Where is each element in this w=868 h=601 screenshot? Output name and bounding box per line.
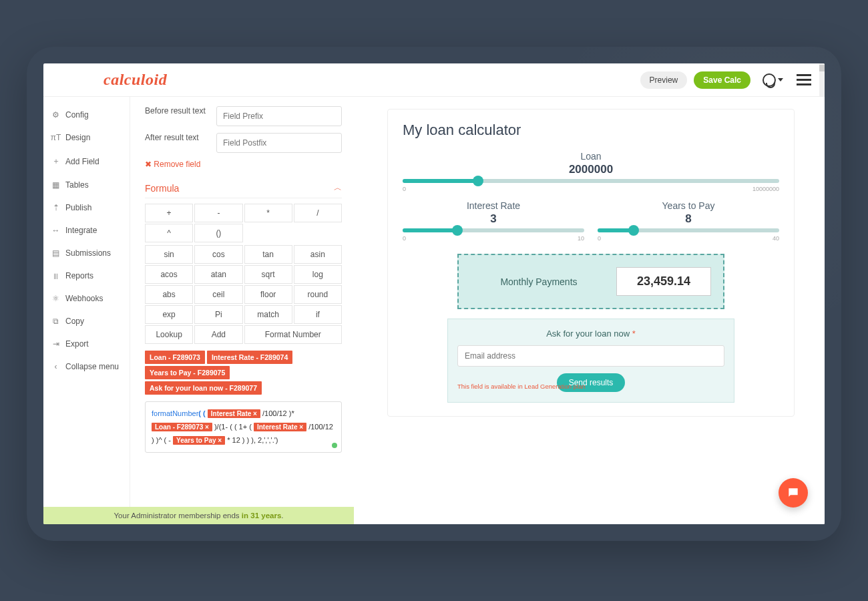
- calculator-card: My loan calculator Loan 2000000 01000000…: [387, 109, 795, 417]
- sidebar-item-reports[interactable]: ⫼Reports: [43, 264, 130, 287]
- sidebar-item-tables[interactable]: ▦Tables: [43, 174, 130, 196]
- menu-icon[interactable]: [797, 74, 811, 85]
- monthly-payments-box[interactable]: Monthly Payments 23,459.14: [457, 254, 724, 309]
- monthly-value: 23,459.14: [616, 267, 711, 296]
- fn-lookup[interactable]: Lookup: [145, 325, 193, 344]
- sidebar-label: Tables: [65, 180, 89, 190]
- sidebar-label: Webhooks: [65, 294, 103, 303]
- var-years[interactable]: Years to Pay - F289075: [145, 366, 230, 379]
- loan-slider[interactable]: [403, 179, 779, 183]
- list-icon: ▤: [51, 248, 60, 258]
- gear-icon: ⚙: [51, 110, 60, 120]
- sidebar-item-collapse[interactable]: ‹Collapse menu: [43, 355, 130, 378]
- fn-match[interactable]: match: [244, 305, 292, 324]
- fn-asin[interactable]: asin: [294, 245, 342, 264]
- calculator-title: My loan calculator: [403, 122, 779, 139]
- sidebar-item-publish[interactable]: ⇡Publish: [43, 196, 130, 219]
- token-years[interactable]: Years to Pay ×: [173, 436, 225, 445]
- chat-fab[interactable]: [779, 478, 808, 508]
- fn-format-number[interactable]: Format Number: [244, 325, 343, 344]
- rate-slider[interactable]: [403, 228, 584, 232]
- field-interest: Interest Rate 3 010: [403, 200, 584, 242]
- sidebar-label: Config: [65, 110, 89, 120]
- token-loan[interactable]: Loan - F289073 ×: [152, 423, 212, 431]
- sidebar-label: Add Field: [65, 157, 99, 166]
- remove-field-button[interactable]: ✖ Remove field: [145, 160, 342, 169]
- sidebar-item-integrate[interactable]: ↔Integrate: [43, 219, 130, 242]
- formula-section-toggle[interactable]: Formula ︿: [145, 178, 342, 198]
- valid-indicator-icon: [332, 443, 337, 448]
- fn-acos[interactable]: acos: [145, 265, 193, 284]
- chevron-up-icon: ︿: [334, 182, 342, 194]
- op-paren[interactable]: (): [194, 224, 242, 242]
- years-slider[interactable]: [598, 228, 779, 232]
- sidebar-item-submissions[interactable]: ▤Submissions: [43, 242, 130, 264]
- fn-sqrt[interactable]: sqrt: [244, 265, 292, 284]
- logo: calculoid: [103, 71, 167, 89]
- editor-panel: Before result text After result text ✖ R…: [130, 97, 354, 524]
- sidebar-item-design[interactable]: πTDesign: [43, 126, 130, 149]
- fn-ceil[interactable]: ceil: [194, 285, 242, 304]
- membership-banner: Your Administrator membership ends in 31…: [43, 507, 354, 524]
- variable-tags: Loan - F289073 Interest Rate - F289074 Y…: [145, 351, 342, 395]
- fn-exp[interactable]: exp: [145, 305, 193, 324]
- design-icon: πT: [51, 133, 60, 142]
- sidebar-item-export[interactable]: ⇥Export: [43, 333, 130, 355]
- fn-floor[interactable]: floor: [244, 285, 292, 304]
- op-minus[interactable]: -: [194, 204, 242, 222]
- save-calc-button[interactable]: Save Calc: [694, 71, 750, 89]
- monthly-label: Monthly Payments: [471, 276, 607, 287]
- fn-atan[interactable]: atan: [194, 265, 242, 284]
- fn-add[interactable]: Add: [194, 325, 242, 344]
- rate-max: 10: [578, 235, 584, 242]
- token-interest[interactable]: Interest Rate ×: [208, 409, 260, 418]
- fn-if[interactable]: if: [294, 305, 342, 324]
- webhook-icon: ⚛: [51, 294, 60, 303]
- op-mul[interactable]: *: [244, 204, 292, 222]
- rate-label: Interest Rate: [403, 200, 584, 211]
- sidebar-item-webhooks[interactable]: ⚛Webhooks: [43, 287, 130, 310]
- loan-min: 0: [403, 186, 406, 192]
- caret-down-icon: [778, 78, 783, 81]
- ask-title: Ask for your loan now *: [457, 329, 724, 339]
- sidebar-item-add-field[interactable]: ＋Add Field: [43, 149, 130, 174]
- integrate-icon: ↔: [51, 226, 60, 235]
- sidebar-item-config[interactable]: ⚙Config: [43, 104, 130, 126]
- field-loan: Loan 2000000 010000000: [403, 151, 779, 192]
- preview-button[interactable]: Preview: [640, 71, 688, 89]
- fn-sin[interactable]: sin: [145, 245, 193, 264]
- var-interest[interactable]: Interest Rate - F289074: [207, 351, 292, 364]
- op-plus[interactable]: +: [145, 204, 193, 222]
- user-menu[interactable]: [763, 73, 783, 87]
- var-ask[interactable]: Ask for your loan now - F289077: [145, 381, 262, 395]
- operator-grid: + - * / ^ (): [145, 204, 342, 242]
- var-loan[interactable]: Loan - F289073: [145, 351, 205, 364]
- sidebar-label: Integrate: [65, 226, 97, 235]
- plus-icon: ＋: [51, 156, 60, 167]
- op-pow[interactable]: ^: [145, 224, 193, 242]
- op-div[interactable]: /: [294, 204, 342, 222]
- formula-title: Formula: [145, 183, 179, 194]
- rate-min: 0: [403, 235, 406, 242]
- fn-pi[interactable]: Pi: [194, 305, 242, 324]
- fn-cos[interactable]: cos: [194, 245, 242, 264]
- loan-label: Loan: [403, 151, 779, 162]
- rate-value: 3: [403, 212, 584, 226]
- fn-tan[interactable]: tan: [244, 245, 292, 264]
- token-interest2[interactable]: Interest Rate ×: [254, 423, 306, 431]
- before-result-input[interactable]: [216, 106, 342, 126]
- header: calculoid Preview Save Calc: [43, 63, 825, 97]
- email-field[interactable]: [457, 345, 724, 367]
- sidebar-label: Publish: [65, 203, 91, 212]
- sidebar-item-copy[interactable]: ⧉Copy: [43, 310, 130, 333]
- fn-abs[interactable]: abs: [145, 285, 193, 304]
- upload-icon: ⇡: [51, 203, 60, 212]
- formula-editor[interactable]: formatNumber( ( Interest Rate × /100/12 …: [145, 401, 342, 453]
- ask-box: Ask for your loan now * Send results Thi…: [447, 319, 734, 403]
- fn-log[interactable]: log: [294, 265, 342, 284]
- after-result-label: After result text: [145, 133, 208, 144]
- sidebar: ⚙Config πTDesign ＋Add Field ▦Tables ⇡Pub…: [43, 97, 130, 524]
- years-value: 8: [598, 212, 779, 226]
- after-result-input[interactable]: [216, 133, 342, 153]
- fn-round[interactable]: round: [294, 285, 342, 304]
